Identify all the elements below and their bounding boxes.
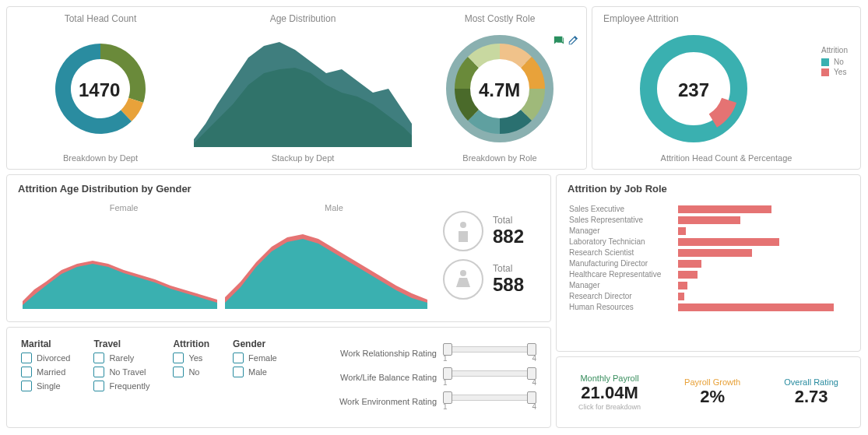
- costly-value: 4.7M: [479, 79, 520, 101]
- attrition-caption: Attrition Head Count & Percentage: [592, 153, 860, 163]
- travel-option[interactable]: Frequently: [93, 381, 149, 391]
- attrition-option[interactable]: Yes: [173, 353, 209, 363]
- svg-point-3: [460, 270, 466, 276]
- rating-slider[interactable]: Work Environment Rating14: [312, 391, 536, 411]
- edit-icon[interactable]: [568, 35, 578, 46]
- filter-gender: Gender FemaleMale: [233, 339, 277, 416]
- travel-option[interactable]: Rarely: [93, 353, 149, 363]
- male-area[interactable]: [225, 216, 427, 309]
- legend-no: No: [821, 58, 848, 66]
- legend-yes: Yes: [821, 68, 848, 76]
- filter-attrition: Attrition YesNo: [173, 339, 209, 416]
- job-role-bar: [678, 293, 684, 300]
- attrition-legend: Attrition No Yes: [821, 46, 848, 78]
- marital-option[interactable]: Married: [21, 367, 70, 377]
- job-role-row[interactable]: Sales Executive: [569, 205, 848, 213]
- job-role-row[interactable]: Manager: [569, 226, 848, 235]
- job-role-rows: Sales ExecutiveSales RepresentativeManag…: [557, 195, 860, 320]
- rating-slider[interactable]: Work/Life Balance Rating14: [312, 367, 536, 387]
- job-role-label: Healthcare Representative: [569, 270, 678, 279]
- attrition-title: Employee Attrition: [592, 7, 860, 24]
- headcount-title: Total Head Count: [7, 13, 194, 24]
- job-role-bar: [678, 303, 834, 311]
- job-role-bar: [678, 227, 686, 235]
- job-role-row[interactable]: Sales Representative: [569, 216, 848, 224]
- female-area[interactable]: [23, 216, 217, 309]
- job-role-bar: [678, 282, 687, 289]
- job-role-label: Sales Representative: [569, 216, 678, 224]
- agedist-chart[interactable]: [194, 30, 412, 147]
- job-role-label: Manufacturing Director: [569, 259, 678, 268]
- job-role-label: Human Resources: [569, 303, 678, 311]
- job-role-row[interactable]: Manufacturing Director: [569, 259, 848, 268]
- job-role-row[interactable]: Healthcare Representative: [569, 270, 848, 279]
- summary-card: Total Head Count 1470 Breakdown by Dept …: [6, 6, 587, 170]
- agedist-title: Age Distribution: [194, 13, 412, 24]
- marital-option[interactable]: Divorced: [21, 353, 70, 363]
- checkbox-icon: [173, 367, 184, 377]
- costly-title: Most Costly Role: [412, 13, 588, 24]
- checkbox-icon: [93, 381, 104, 391]
- filters-card: Marital DivorcedMarriedSingle Travel Rar…: [6, 327, 551, 428]
- kpi-payroll[interactable]: Monthly Payroll 21.04M Click for Breakdo…: [578, 374, 641, 411]
- headcount-value: 1470: [79, 79, 120, 101]
- kpi-payroll-note: Click for Breakdown: [578, 403, 641, 411]
- rating-slider[interactable]: Work Relationship Rating14: [312, 343, 536, 363]
- job-role-bar: [678, 260, 701, 268]
- sliders-block: Work Relationship Rating14Work/Life Bala…: [312, 339, 536, 416]
- job-role-row[interactable]: Laboratory Technician: [569, 237, 848, 246]
- checkbox-icon: [21, 381, 32, 391]
- gender-dist-title: Attrition Age Distribution by Gender: [7, 175, 550, 195]
- kpi-rating: Overall Rating 2.73: [784, 377, 838, 407]
- checkbox-icon: [173, 353, 184, 363]
- job-role-bar: [678, 205, 771, 213]
- checkbox-icon: [93, 353, 104, 363]
- marital-option[interactable]: Single: [21, 381, 70, 391]
- male-icon: [443, 211, 483, 251]
- legend-title: Attrition: [821, 46, 848, 54]
- gender-dist-card: Attrition Age Distribution by Gender Fem…: [6, 174, 551, 322]
- kpi-card: Monthly Payroll 21.04M Click for Breakdo…: [556, 356, 861, 428]
- female-total-label: Total: [493, 263, 524, 274]
- filter-marital: Marital DivorcedMarriedSingle: [21, 339, 70, 416]
- checkbox-icon: [233, 353, 244, 363]
- travel-option[interactable]: No Travel: [93, 367, 149, 377]
- job-role-label: Laboratory Technician: [569, 237, 678, 246]
- male-label: Male: [233, 203, 435, 212]
- job-role-bar: [678, 238, 779, 246]
- agedist-caption: Stackup by Dept: [194, 153, 412, 163]
- female-icon: [443, 259, 483, 300]
- gender-option[interactable]: Female: [233, 353, 277, 363]
- checkbox-icon: [233, 367, 244, 377]
- checkbox-icon: [21, 367, 32, 377]
- job-role-bar: [678, 249, 752, 257]
- female-total-value: 588: [493, 274, 524, 296]
- totals-block: Total 882 Total 588: [443, 203, 524, 307]
- job-role-label: Manager: [569, 226, 678, 235]
- job-role-label: Research Scientist: [569, 248, 678, 257]
- comment-icon[interactable]: [553, 35, 564, 46]
- job-role-label: Manager: [569, 281, 678, 289]
- job-role-card: Attrition by Job Role Sales ExecutiveSal…: [556, 174, 861, 352]
- job-role-row[interactable]: Human Resources: [569, 303, 848, 311]
- job-role-row[interactable]: Research Scientist: [569, 248, 848, 257]
- male-total-label: Total: [493, 215, 524, 226]
- job-role-label: Research Director: [569, 292, 678, 300]
- job-role-bar: [678, 216, 740, 224]
- male-total-value: 882: [493, 226, 524, 247]
- attrition-option[interactable]: No: [173, 367, 209, 377]
- costly-caption: Breakdown by Role: [412, 153, 588, 163]
- attrition-value: 237: [678, 79, 709, 101]
- job-role-row[interactable]: Manager: [569, 281, 848, 289]
- kpi-growth: Payroll Growth 2%: [684, 377, 740, 407]
- headcount-caption: Breakdown by Dept: [7, 153, 194, 163]
- checkbox-icon: [21, 353, 32, 363]
- job-role-label: Sales Executive: [569, 205, 678, 213]
- filter-travel: Travel RarelyNo TravelFrequently: [93, 339, 149, 416]
- attrition-card: Employee Attrition 237 Attrition No Yes …: [592, 6, 861, 170]
- female-label: Female: [30, 203, 217, 212]
- job-role-row[interactable]: Research Director: [569, 292, 848, 300]
- gender-option[interactable]: Male: [233, 367, 277, 377]
- job-role-bar: [678, 271, 698, 279]
- job-role-title: Attrition by Job Role: [557, 175, 860, 195]
